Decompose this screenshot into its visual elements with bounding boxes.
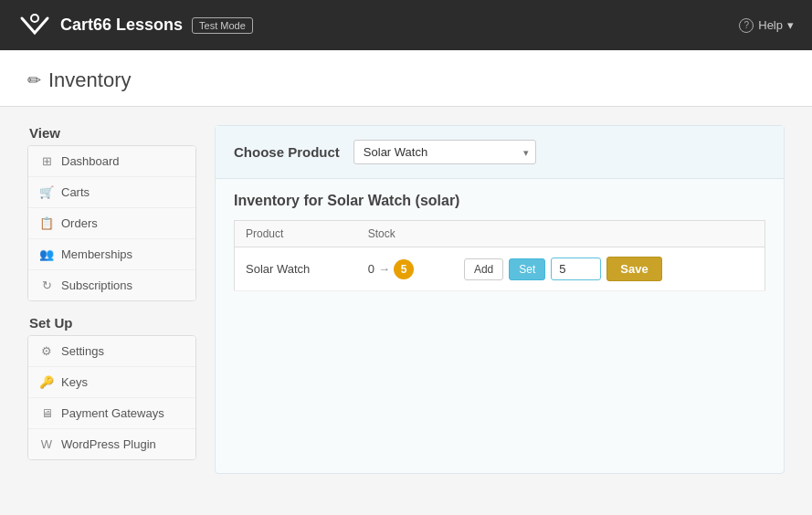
main-content: ✏ Inventory View ⊞ Dashboard 🛒 Carts 📋 O… — [0, 50, 812, 515]
stock-display: 0 → 5 — [368, 259, 442, 279]
inventory-table: Product Stock Solar Watch 0 — [234, 220, 765, 291]
sidebar-item-memberships[interactable]: 👥 Memberships — [28, 239, 195, 270]
sidebar-item-label: Subscriptions — [61, 279, 132, 292]
view-section-title: View — [27, 125, 196, 141]
dashboard-icon: ⊞ — [39, 154, 54, 168]
memberships-icon: 👥 — [39, 247, 54, 261]
wordpress-icon: W — [39, 437, 54, 451]
subscriptions-icon: ↻ — [39, 279, 54, 292]
product-name: Solar Watch — [246, 262, 310, 276]
sidebar-item-label: Carts — [61, 185, 90, 199]
choose-product-bar: Choose Product Solar Watch ▾ — [216, 126, 784, 179]
inventory-area: Inventory for Solar Watch (solar) Produc… — [216, 179, 784, 305]
settings-icon: ⚙ — [39, 344, 54, 358]
sidebar-item-carts[interactable]: 🛒 Carts — [28, 177, 195, 208]
help-label: Help — [758, 18, 783, 32]
inventory-title: Inventory for Solar Watch (solar) — [234, 193, 765, 209]
view-menu: ⊞ Dashboard 🛒 Carts 📋 Orders 👥 Membershi… — [27, 145, 196, 301]
setup-menu: ⚙ Settings 🔑 Keys 🖥 Payment Gateways W W… — [27, 335, 196, 460]
sidebar-item-subscriptions[interactable]: ↻ Subscriptions — [28, 270, 195, 300]
stock-old: 0 — [368, 262, 374, 276]
sidebar-item-label: Settings — [61, 344, 104, 358]
content-area: View ⊞ Dashboard 🛒 Carts 📋 Orders 👥 Memb… — [0, 107, 812, 492]
sidebar-item-label: Payment Gateways — [61, 406, 164, 420]
add-button[interactable]: Add — [464, 258, 503, 280]
help-chevron-icon: ▾ — [787, 18, 794, 32]
sidebar-item-label: Dashboard — [61, 154, 120, 168]
right-panel: Choose Product Solar Watch ▾ Inventory f… — [215, 125, 785, 474]
sidebar-item-payment-gateways[interactable]: 🖥 Payment Gateways — [28, 398, 195, 429]
col-product: Product — [235, 221, 357, 247]
page-title: ✏ Inventory — [27, 68, 785, 92]
pencil-icon: ✏ — [27, 70, 41, 90]
orders-icon: 📋 — [39, 216, 54, 230]
col-stock: Stock — [357, 221, 453, 247]
test-mode-badge: Test Mode — [192, 17, 253, 34]
page-header: ✏ Inventory — [0, 50, 812, 107]
sidebar-item-orders[interactable]: 📋 Orders — [28, 208, 195, 239]
sidebar-item-label: Orders — [61, 216, 98, 230]
product-select-wrapper: Solar Watch ▾ — [353, 140, 536, 164]
sidebar-item-label: Keys — [61, 375, 88, 389]
app-title: Cart66 Lessons — [60, 16, 183, 35]
payment-gateways-icon: 🖥 — [39, 406, 54, 420]
stock-controls: Add Set Save — [464, 257, 754, 281]
help-icon: ? — [739, 18, 754, 33]
cart-icon: 🛒 — [39, 185, 54, 199]
app-header: Cart66 Lessons Test Mode ? Help ▾ — [0, 0, 812, 50]
sidebar-item-settings[interactable]: ⚙ Settings — [28, 336, 195, 367]
sidebar-item-label: Memberships — [61, 247, 132, 261]
setup-section-title: Set Up — [27, 315, 196, 331]
svg-point-0 — [31, 15, 38, 22]
stock-badge: 5 — [394, 259, 414, 279]
keys-icon: 🔑 — [39, 375, 54, 389]
set-button[interactable]: Set — [509, 258, 545, 280]
arrow-right-icon: → — [378, 262, 390, 276]
save-button[interactable]: Save — [606, 257, 661, 281]
stock-input[interactable] — [551, 258, 601, 280]
sidebar: View ⊞ Dashboard 🛒 Carts 📋 Orders 👥 Memb… — [27, 125, 196, 474]
table-row: Solar Watch 0 → 5 — [235, 247, 765, 291]
sidebar-item-wordpress-plugin[interactable]: W WordPress Plugin — [28, 429, 195, 459]
sidebar-item-keys[interactable]: 🔑 Keys — [28, 367, 195, 398]
logo-icon — [18, 13, 51, 38]
sidebar-item-dashboard[interactable]: ⊞ Dashboard — [28, 146, 195, 177]
col-actions — [453, 221, 765, 247]
choose-product-label: Choose Product — [234, 144, 340, 160]
product-select[interactable]: Solar Watch — [353, 140, 536, 164]
sidebar-item-label: WordPress Plugin — [61, 437, 156, 451]
help-menu[interactable]: ? Help ▾ — [739, 18, 794, 33]
header-left: Cart66 Lessons Test Mode — [18, 13, 253, 38]
